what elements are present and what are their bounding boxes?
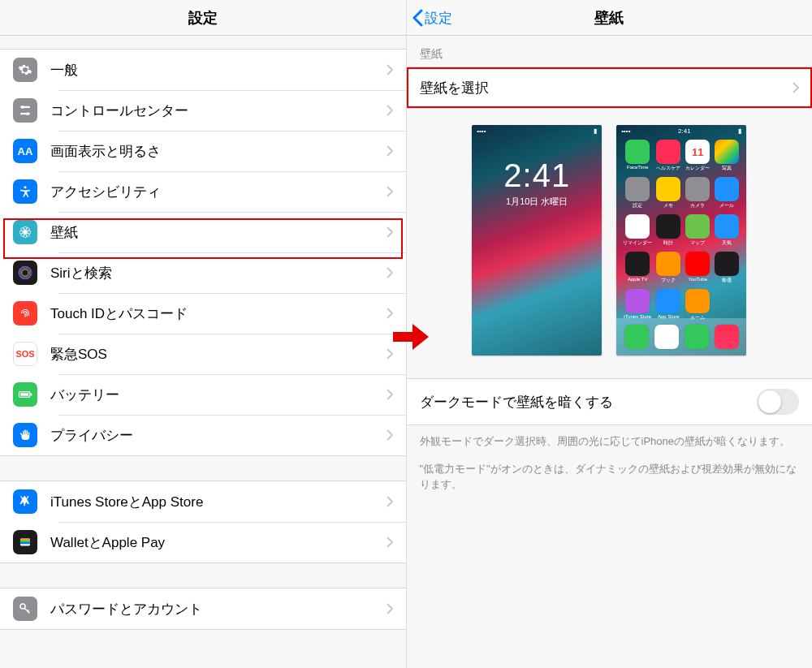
row-label: 緊急SOS: [50, 345, 387, 364]
chevron-right-icon: [387, 267, 393, 278]
chevron-right-icon: [387, 64, 393, 75]
accessibility-icon: [13, 179, 37, 204]
siri-icon: [13, 261, 37, 285]
settings-row-battery[interactable]: バッテリー: [0, 374, 406, 415]
settings-row-siri[interactable]: Siriと検索: [0, 252, 406, 293]
wallpaper-pane: 設定 壁紙 壁紙 壁紙を選択 ••••▮ 2:41 1月10日 水曜日 ••••…: [407, 0, 813, 668]
settings-header: 設定: [0, 0, 406, 36]
wallpaper-previews: ••••▮ 2:41 1月10日 水曜日 ••••2:41▮ FaceTime …: [407, 109, 813, 378]
chevron-right-icon: [387, 145, 393, 157]
choose-wallpaper-row[interactable]: 壁紙を選択: [407, 67, 813, 108]
sos-icon: SOS: [13, 342, 37, 366]
row-label: WalletとApple Pay: [50, 533, 387, 552]
settings-row-passwords[interactable]: パスワードとアカウント: [0, 588, 406, 629]
wallpaper-title: 壁紙: [594, 8, 624, 28]
svg-rect-22: [20, 541, 30, 542]
settings-row-itunes[interactable]: iTunes StoreとApp Store: [0, 481, 406, 522]
key-icon: [13, 597, 37, 621]
dock-app-icon: [654, 325, 679, 349]
chevron-right-icon: [387, 537, 393, 548]
hand-icon: [13, 423, 37, 447]
row-label: コントロールセンター: [50, 101, 387, 120]
battery-icon: [13, 382, 37, 407]
row-label: Siriと検索: [50, 264, 387, 282]
row-label: アクセシビリティ: [50, 183, 387, 201]
chevron-right-icon: [387, 226, 393, 238]
chevron-right-icon: [387, 308, 393, 319]
lock-screen-clock: 2:41 1月10日 水曜日: [472, 157, 602, 208]
dock-app-icon: [685, 325, 709, 349]
svg-rect-18: [20, 393, 28, 395]
settings-row-sos[interactable]: SOS 緊急SOS: [0, 334, 406, 374]
svg-rect-23: [20, 542, 30, 544]
settings-row-control-center[interactable]: コントロールセンター: [0, 90, 406, 131]
row-label: 壁紙: [50, 223, 387, 242]
statusbar: ••••2:41▮: [621, 127, 741, 135]
row-label: 一般: [50, 61, 387, 80]
choose-wallpaper-group: 壁紙を選択: [407, 67, 813, 109]
lock-date: 1月10日 水曜日: [472, 196, 602, 208]
svg-point-14: [19, 267, 32, 279]
svg-point-2: [21, 106, 24, 109]
svg-rect-21: [20, 539, 30, 541]
dark-mode-dim-toggle[interactable]: [757, 389, 799, 415]
svg-point-15: [22, 269, 28, 276]
row-label: パスワードとアカウント: [50, 600, 387, 618]
lock-screen-preview[interactable]: ••••▮ 2:41 1月10日 水曜日: [472, 125, 602, 356]
wallpaper-header: 設定 壁紙: [407, 0, 813, 36]
toggle-label: ダークモードで壁紙を暗くする: [420, 393, 758, 412]
svg-point-3: [26, 112, 29, 115]
chevron-right-icon: [387, 389, 393, 400]
description-text-1: 外観モードでダーク選択時、周囲の光に応じてiPhoneの壁紙が暗くなります。: [407, 425, 813, 453]
settings-row-touchid[interactable]: Touch IDとパスコード: [0, 293, 406, 334]
row-label: 画面表示と明るさ: [50, 142, 387, 161]
dark-mode-dim-row: ダークモードで壁紙を暗くする: [407, 378, 813, 425]
chevron-right-icon: [793, 82, 799, 93]
arrow-indicator: [393, 321, 429, 353]
wallet-icon: [13, 530, 37, 554]
settings-pane: 設定 一般 コントロールセンター AA 画面表示と明るさ アクセシビリティ 壁紙: [0, 0, 407, 668]
row-label: 壁紙を選択: [420, 79, 793, 97]
chevron-right-icon: [387, 105, 393, 116]
description-text-2: "低電力モード"がオンのときは、ダイナミックの壁紙および視差効果が無効になります…: [407, 453, 813, 496]
lock-time: 2:41: [472, 157, 602, 194]
text-size-icon: AA: [13, 139, 37, 163]
chevron-right-icon: [387, 496, 393, 507]
settings-row-display[interactable]: AA 画面表示と明るさ: [0, 131, 406, 171]
sliders-icon: [13, 98, 37, 123]
settings-row-accessibility[interactable]: アクセシビリティ: [0, 171, 406, 212]
settings-group-1: 一般 コントロールセンター AA 画面表示と明るさ アクセシビリティ 壁紙 Si…: [0, 49, 406, 456]
dock: [616, 318, 746, 356]
row-label: iTunes StoreとApp Store: [50, 493, 387, 511]
settings-title: 設定: [188, 8, 218, 28]
flower-icon: [13, 220, 37, 244]
settings-group-3: パスワードとアカウント: [0, 588, 406, 630]
settings-row-general[interactable]: 一般: [0, 50, 406, 90]
chevron-right-icon: [387, 348, 393, 360]
settings-group-2: iTunes StoreとApp Store WalletとApple Pay: [0, 481, 406, 563]
fingerprint-icon: [13, 301, 37, 325]
svg-point-24: [20, 604, 25, 609]
statusbar: ••••▮: [477, 127, 597, 135]
dock-app-icon: [624, 325, 649, 349]
chevron-right-icon: [387, 603, 393, 614]
chevron-right-icon: [387, 186, 393, 197]
back-button[interactable]: 設定: [412, 0, 452, 36]
settings-row-wallpaper[interactable]: 壁紙: [0, 212, 406, 252]
back-label: 設定: [425, 9, 452, 28]
row-label: プライバシー: [50, 426, 387, 445]
chevron-right-icon: [387, 429, 393, 441]
appstore-icon: [13, 489, 37, 514]
svg-rect-19: [31, 393, 32, 395]
gear-icon: [13, 58, 37, 82]
section-header-wallpaper: 壁紙: [407, 36, 813, 67]
row-label: バッテリー: [50, 386, 387, 404]
settings-row-privacy[interactable]: プライバシー: [0, 415, 406, 455]
home-app-grid: FaceTime ヘルスケア 11カレンダー 写真 設定 メモ カメラ メール …: [623, 140, 740, 321]
settings-row-wallet[interactable]: WalletとApple Pay: [0, 522, 406, 562]
dock-app-icon: [715, 325, 739, 349]
home-screen-preview[interactable]: ••••2:41▮ FaceTime ヘルスケア 11カレンダー 写真 設定 メ…: [616, 125, 746, 356]
row-label: Touch IDとパスコード: [50, 304, 387, 323]
svg-point-4: [24, 186, 27, 188]
